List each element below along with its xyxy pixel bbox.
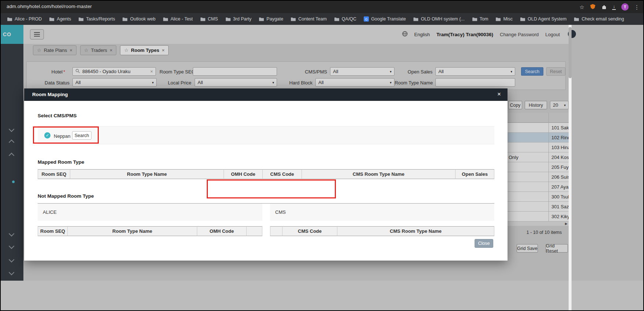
- column-header: CMS Code: [263, 169, 302, 179]
- bookmark-item[interactable]: Alice - Test: [160, 15, 196, 23]
- folder-icon: [225, 17, 231, 21]
- scrollbar-thumb[interactable]: [569, 27, 572, 78]
- cms-table-header: CMS CodeCMS Room Type Name: [270, 226, 494, 236]
- bookmark-label: Tom: [480, 16, 488, 22]
- room-mapping-modal: Room Mapping × Select CMS/PMS ✓ Neppan S…: [24, 88, 508, 261]
- bookmark-item[interactable]: OLD OMH system (...: [410, 15, 468, 23]
- bookmark-label: Misc: [503, 16, 513, 22]
- column-header: Room SEQ: [38, 169, 70, 179]
- cms-panel: CMS: [270, 204, 494, 221]
- bookmark-item[interactable]: Outlook web: [119, 15, 158, 23]
- bookmark-label: Agents: [57, 16, 71, 22]
- bookmark-item[interactable]: Agents: [46, 15, 74, 23]
- folder-icon: [520, 17, 525, 21]
- column-header: CMS Room Type Name: [337, 226, 494, 236]
- column-header: Room Type Name: [68, 226, 197, 236]
- modal-close-button[interactable]: Close: [475, 239, 493, 248]
- cms-panel-label: CMS: [275, 209, 286, 215]
- folder-icon: [291, 17, 296, 21]
- column-header: OMH Code: [224, 169, 263, 179]
- bookmark-item[interactable]: Content Team: [287, 15, 330, 23]
- profile-avatar[interactable]: T: [621, 3, 629, 11]
- alice-table-header: Room SEQRoom Type NameOMH Code: [38, 226, 262, 236]
- bookmarks-bar: Alice - PRODAgentsTasks/ReportsOutlook w…: [1, 13, 644, 25]
- bookmark-label: Google Translate: [371, 16, 406, 22]
- bookmark-star-icon[interactable]: ☆: [580, 4, 584, 10]
- bookmark-label: Outlook web: [130, 16, 155, 22]
- folder-icon: [163, 17, 168, 21]
- column-header: Open Sales: [456, 169, 494, 179]
- browser-menu-icon[interactable]: ⋮: [634, 4, 640, 10]
- folder-icon: [472, 17, 478, 21]
- folder-icon: [259, 17, 264, 21]
- cms-option-row: [38, 126, 494, 144]
- bookmark-label: Alice - Test: [171, 16, 193, 22]
- mapped-table-header: Room SEQRoom Type NameOMH CodeCMS CodeCM…: [38, 169, 494, 179]
- bookmark-item[interactable]: Tasks/Reports: [75, 15, 118, 23]
- svg-text:G: G: [365, 18, 368, 21]
- folder-icon: [200, 17, 206, 21]
- bookmark-label: OLD Agent System: [528, 16, 566, 22]
- column-header: [270, 226, 282, 236]
- modal-title: Room Mapping: [32, 92, 68, 97]
- mapped-room-type-heading: Mapped Room Type: [38, 159, 84, 165]
- folder-icon: [49, 17, 55, 21]
- column-header: [247, 226, 262, 236]
- bookmark-item[interactable]: Paygate: [255, 15, 287, 23]
- bookmark-item[interactable]: GGoogle Translate: [360, 15, 409, 23]
- bookmark-item[interactable]: Alice - PROD: [4, 15, 45, 23]
- folder-icon: [574, 17, 579, 21]
- folder-icon: [122, 17, 128, 21]
- column-header: Room SEQ: [38, 226, 68, 236]
- bookmark-item[interactable]: OLD Agent System: [517, 15, 570, 23]
- column-header: OMH Code: [197, 226, 247, 236]
- bookmark-label: Check email sending: [581, 16, 624, 22]
- folder-icon: [495, 17, 501, 21]
- bookmark-label: Content Team: [298, 16, 327, 22]
- bookmark-item[interactable]: Tom: [469, 15, 492, 23]
- column-header: CMS Code: [282, 226, 337, 236]
- bookmark-item[interactable]: Misc: [492, 15, 516, 23]
- bookmark-label: QA/QC: [342, 16, 356, 22]
- folder-icon: [7, 17, 12, 21]
- bookmark-label: 3rd Party: [233, 16, 252, 22]
- bookmark-item[interactable]: QA/QC: [331, 15, 360, 23]
- bookmark-item[interactable]: 3rd Party: [222, 15, 255, 23]
- folder-icon: [334, 17, 340, 21]
- modal-header: Room Mapping ×: [24, 88, 508, 101]
- bookmark-label: OLD OMH system (...: [421, 16, 464, 22]
- screen: adm.ohmyhotel.com/hotel/room-master ☆ ↓ …: [0, 0, 644, 311]
- address-bar[interactable]: adm.ohmyhotel.com/hotel/room-master: [7, 4, 92, 9]
- alice-panel-label: ALICE: [43, 209, 57, 215]
- bookmark-item[interactable]: Check email sending: [570, 15, 627, 23]
- browser-toolbar: adm.ohmyhotel.com/hotel/room-master ☆ ↓ …: [1, 1, 643, 13]
- extensions-puzzle-icon[interactable]: [601, 4, 607, 10]
- bookmark-label: CMS: [208, 16, 218, 22]
- extension-fox-icon[interactable]: [590, 4, 596, 10]
- folder-icon: [413, 17, 419, 21]
- annotation-highlight-box-1: [33, 126, 99, 144]
- folder-icon: [78, 17, 84, 21]
- bookmark-item[interactable]: CMS: [197, 15, 221, 23]
- column-header: Room Type Name: [70, 169, 224, 179]
- not-mapped-heading: Not Mapped Room Type: [38, 193, 94, 199]
- download-icon[interactable]: ↓: [612, 4, 616, 10]
- bookmark-label: Alice - PROD: [15, 16, 42, 22]
- annotation-highlight-box-2: [207, 179, 336, 198]
- browser-action-icons: ☆ ↓ T ⋮: [580, 1, 640, 13]
- alice-panel: ALICE: [38, 204, 262, 221]
- translate-icon: G: [364, 16, 369, 22]
- close-icon[interactable]: ×: [497, 91, 501, 98]
- bookmark-label: Paygate: [266, 16, 283, 22]
- column-header: CMS Room Type Name: [302, 169, 456, 179]
- bookmark-label: Tasks/Reports: [86, 16, 115, 22]
- select-cms-heading: Select CMS/PMS: [38, 113, 77, 118]
